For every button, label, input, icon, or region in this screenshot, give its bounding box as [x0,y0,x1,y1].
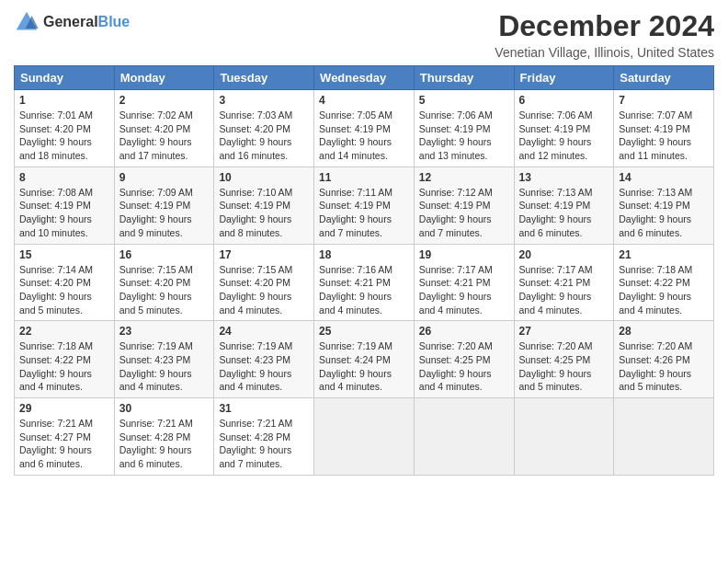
calendar-cell: 30 Sunrise: 7:21 AM Sunset: 4:28 PM Dayl… [114,398,214,476]
calendar-cell: 29 Sunrise: 7:21 AM Sunset: 4:27 PM Dayl… [15,398,115,476]
day-number: 26 [419,325,509,338]
column-header-saturday: Saturday [614,66,714,90]
cell-info: Sunrise: 7:12 AM Sunset: 4:19 PM Dayligh… [419,186,509,240]
calendar-cell [514,398,614,476]
calendar-cell: 19 Sunrise: 7:17 AM Sunset: 4:21 PM Dayl… [414,244,514,321]
cell-info: Sunrise: 7:19 AM Sunset: 4:23 PM Dayligh… [219,339,309,394]
cell-info: Sunrise: 7:01 AM Sunset: 4:20 PM Dayligh… [19,109,109,163]
cell-info: Sunrise: 7:06 AM Sunset: 4:19 PM Dayligh… [419,109,509,163]
day-number: 12 [419,171,509,184]
cell-info: Sunrise: 7:06 AM Sunset: 4:19 PM Dayligh… [519,109,609,163]
calendar-cell: 25 Sunrise: 7:19 AM Sunset: 4:24 PM Dayl… [314,321,415,398]
day-number: 21 [619,248,709,261]
calendar-cell: 7 Sunrise: 7:07 AM Sunset: 4:19 PM Dayli… [614,90,714,167]
day-number: 17 [219,248,309,261]
calendar-cell: 15 Sunrise: 7:14 AM Sunset: 4:20 PM Dayl… [15,244,115,321]
day-number: 6 [519,94,609,107]
calendar-cell: 13 Sunrise: 7:13 AM Sunset: 4:19 PM Dayl… [514,167,614,244]
logo-general: General [43,14,98,29]
day-number: 14 [619,171,709,184]
logo: GeneralBlue [14,9,130,35]
calendar-cell: 14 Sunrise: 7:13 AM Sunset: 4:19 PM Dayl… [614,167,714,244]
calendar-cell: 18 Sunrise: 7:16 AM Sunset: 4:21 PM Dayl… [314,244,415,321]
calendar-cell: 27 Sunrise: 7:20 AM Sunset: 4:25 PM Dayl… [514,321,614,398]
week-row-4: 22 Sunrise: 7:18 AM Sunset: 4:22 PM Dayl… [15,321,714,398]
main-container: GeneralBlue December 2024 Venetian Villa… [0,0,728,485]
calendar-cell: 22 Sunrise: 7:18 AM Sunset: 4:22 PM Dayl… [15,321,115,398]
day-number: 13 [519,171,609,184]
column-header-thursday: Thursday [414,66,514,90]
calendar-cell: 9 Sunrise: 7:09 AM Sunset: 4:19 PM Dayli… [114,167,214,244]
day-number: 3 [219,94,309,107]
cell-info: Sunrise: 7:13 AM Sunset: 4:19 PM Dayligh… [619,186,709,240]
day-number: 23 [119,325,210,338]
calendar-cell: 17 Sunrise: 7:15 AM Sunset: 4:20 PM Dayl… [214,244,314,321]
day-number: 25 [319,325,409,338]
cell-info: Sunrise: 7:21 AM Sunset: 4:27 PM Dayligh… [19,417,109,471]
calendar-cell: 20 Sunrise: 7:17 AM Sunset: 4:21 PM Dayl… [514,244,614,321]
day-number: 30 [119,402,210,415]
calendar-cell: 2 Sunrise: 7:02 AM Sunset: 4:20 PM Dayli… [114,90,214,167]
week-row-3: 15 Sunrise: 7:14 AM Sunset: 4:20 PM Dayl… [15,244,714,321]
cell-info: Sunrise: 7:20 AM Sunset: 4:25 PM Dayligh… [419,339,509,394]
cell-info: Sunrise: 7:11 AM Sunset: 4:19 PM Dayligh… [319,186,409,240]
day-number: 16 [119,248,210,261]
day-number: 10 [219,171,309,184]
week-row-2: 8 Sunrise: 7:08 AM Sunset: 4:19 PM Dayli… [15,167,714,244]
cell-info: Sunrise: 7:09 AM Sunset: 4:19 PM Dayligh… [119,186,210,240]
calendar-cell: 3 Sunrise: 7:03 AM Sunset: 4:20 PM Dayli… [214,90,314,167]
title-area: December 2024 Venetian Village, Illinois… [495,9,714,60]
calendar-cell: 12 Sunrise: 7:12 AM Sunset: 4:19 PM Dayl… [414,167,514,244]
calendar-cell: 4 Sunrise: 7:05 AM Sunset: 4:19 PM Dayli… [314,90,415,167]
day-number: 4 [319,94,409,107]
cell-info: Sunrise: 7:03 AM Sunset: 4:20 PM Dayligh… [219,109,309,163]
day-number: 19 [419,248,509,261]
day-number: 24 [219,325,309,338]
logo-icon [14,9,40,35]
cell-info: Sunrise: 7:15 AM Sunset: 4:20 PM Dayligh… [219,263,309,317]
month-title: December 2024 [495,9,714,43]
day-number: 5 [419,94,509,107]
day-number: 15 [19,248,109,261]
column-header-monday: Monday [114,66,214,90]
cell-info: Sunrise: 7:20 AM Sunset: 4:25 PM Dayligh… [519,339,609,394]
day-number: 22 [19,325,109,338]
column-header-friday: Friday [514,66,614,90]
week-row-5: 29 Sunrise: 7:21 AM Sunset: 4:27 PM Dayl… [15,398,714,476]
calendar-cell [614,398,714,476]
cell-info: Sunrise: 7:16 AM Sunset: 4:21 PM Dayligh… [319,263,409,317]
cell-info: Sunrise: 7:08 AM Sunset: 4:19 PM Dayligh… [19,186,109,240]
header-row: SundayMondayTuesdayWednesdayThursdayFrid… [15,66,714,90]
cell-info: Sunrise: 7:17 AM Sunset: 4:21 PM Dayligh… [419,263,509,317]
cell-info: Sunrise: 7:18 AM Sunset: 4:22 PM Dayligh… [619,263,709,317]
cell-info: Sunrise: 7:15 AM Sunset: 4:20 PM Dayligh… [119,263,210,317]
calendar-cell: 11 Sunrise: 7:11 AM Sunset: 4:19 PM Dayl… [314,167,415,244]
calendar-cell: 6 Sunrise: 7:06 AM Sunset: 4:19 PM Dayli… [514,90,614,167]
cell-info: Sunrise: 7:10 AM Sunset: 4:19 PM Dayligh… [219,186,309,240]
cell-info: Sunrise: 7:13 AM Sunset: 4:19 PM Dayligh… [519,186,609,240]
logo-blue: Blue [98,14,131,29]
calendar-cell: 28 Sunrise: 7:20 AM Sunset: 4:26 PM Dayl… [614,321,714,398]
column-header-tuesday: Tuesday [214,66,314,90]
cell-info: Sunrise: 7:19 AM Sunset: 4:23 PM Dayligh… [119,339,210,394]
day-number: 9 [119,171,210,184]
week-row-1: 1 Sunrise: 7:01 AM Sunset: 4:20 PM Dayli… [15,90,714,167]
day-number: 27 [519,325,609,338]
calendar-cell: 24 Sunrise: 7:19 AM Sunset: 4:23 PM Dayl… [214,321,314,398]
cell-info: Sunrise: 7:02 AM Sunset: 4:20 PM Dayligh… [119,109,210,163]
calendar-table: SundayMondayTuesdayWednesdayThursdayFrid… [14,65,714,476]
calendar-cell: 16 Sunrise: 7:15 AM Sunset: 4:20 PM Dayl… [114,244,214,321]
calendar-cell: 5 Sunrise: 7:06 AM Sunset: 4:19 PM Dayli… [414,90,514,167]
calendar-cell: 26 Sunrise: 7:20 AM Sunset: 4:25 PM Dayl… [414,321,514,398]
day-number: 28 [619,325,709,338]
calendar-cell [414,398,514,476]
calendar-cell: 23 Sunrise: 7:19 AM Sunset: 4:23 PM Dayl… [114,321,214,398]
calendar-cell: 8 Sunrise: 7:08 AM Sunset: 4:19 PM Dayli… [15,167,115,244]
day-number: 2 [119,94,210,107]
calendar-cell: 1 Sunrise: 7:01 AM Sunset: 4:20 PM Dayli… [15,90,115,167]
column-header-sunday: Sunday [15,66,115,90]
cell-info: Sunrise: 7:21 AM Sunset: 4:28 PM Dayligh… [119,417,210,471]
day-number: 1 [19,94,109,107]
calendar-cell: 10 Sunrise: 7:10 AM Sunset: 4:19 PM Dayl… [214,167,314,244]
day-number: 31 [219,402,309,415]
